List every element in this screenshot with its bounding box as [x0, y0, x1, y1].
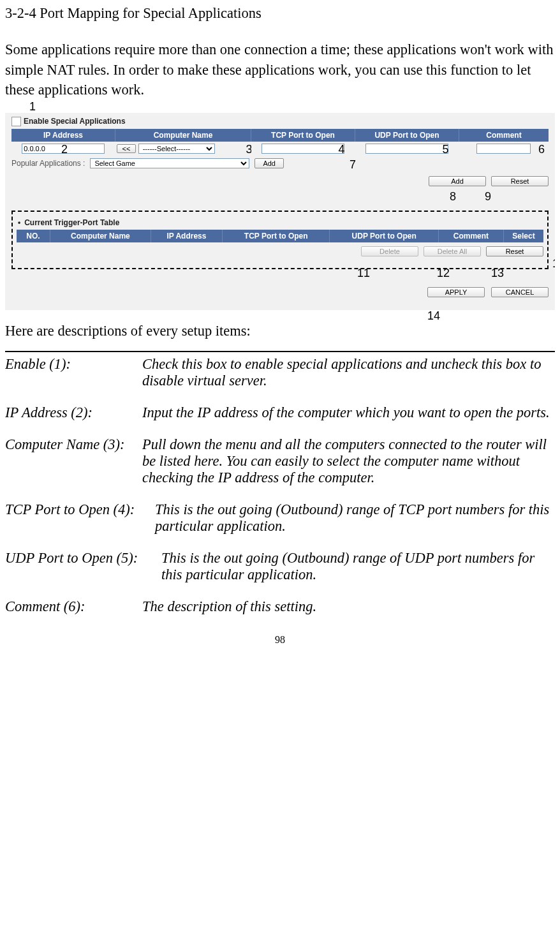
desc-comment: Comment (6): The description of this set…: [5, 598, 555, 615]
trigger-header-ip: IP Address: [151, 230, 222, 242]
comment-input[interactable]: [476, 144, 531, 154]
trigger-title: Current Trigger-Port Table: [18, 218, 543, 227]
desc-ip: IP Address (2): Input the IP address of …: [5, 404, 555, 421]
header-comp: Computer Name: [115, 129, 251, 142]
game-select[interactable]: Select Game: [90, 158, 249, 168]
callout-12: 12: [437, 267, 450, 280]
page-number: 98: [5, 634, 555, 646]
trigger-header-no: NO.: [17, 230, 50, 242]
enable-label: Enable Special Applications: [24, 117, 126, 126]
add-button[interactable]: Add: [429, 176, 486, 186]
ui-screenshot: Enable Special Applications IP Address C…: [5, 113, 555, 310]
callout-14: 14: [427, 309, 440, 323]
tcp-port-input[interactable]: [262, 144, 344, 154]
descriptions-block: Enable (1): Check this box to enable spe…: [5, 351, 555, 615]
trigger-table: NO. Computer Name IP Address TCP Port to…: [17, 230, 543, 242]
trigger-header-comment: Comment: [438, 230, 503, 242]
cancel-button[interactable]: CANCEL: [491, 287, 549, 297]
callout-9: 9: [485, 190, 491, 204]
callout-10: 10: [552, 257, 555, 270]
udp-port-input[interactable]: [365, 144, 448, 154]
trigger-header-tcp: TCP Port to Open: [222, 230, 329, 242]
header-ip: IP Address: [11, 129, 115, 142]
desc-tcp: TCP Port to Open (4): This is the out go…: [5, 501, 555, 535]
header-udp: UDP Port to Open: [355, 129, 459, 142]
desc-udp: UDP Port to Open (5): This is the out go…: [5, 550, 555, 583]
reset-button[interactable]: Reset: [491, 176, 549, 186]
trigger-header-udp: UDP Port to Open: [330, 230, 438, 242]
computer-select[interactable]: ------Select------: [138, 144, 215, 154]
trigger-header-select: Select: [504, 230, 544, 242]
section-title: 3-2-4 Port Mapping for Special Applicati…: [5, 5, 555, 22]
callout-1: 1: [29, 100, 36, 114]
desc-comp: Computer Name (3): Pull down the menu an…: [5, 436, 555, 486]
desc-intro: Here are descriptions of every setup ite…: [5, 323, 555, 339]
popular-add-button[interactable]: Add: [254, 158, 284, 168]
apply-button[interactable]: APPLY: [427, 287, 485, 297]
callout-11: 11: [357, 267, 370, 280]
arrow-button[interactable]: <<: [117, 144, 136, 153]
popular-apps-label: Popular Applications :: [11, 159, 85, 168]
callout-4: 4: [338, 143, 344, 156]
trigger-reset-button[interactable]: Reset: [486, 246, 543, 256]
trigger-table-box: Current Trigger-Port Table NO. Computer …: [11, 211, 549, 269]
callout-2: 2: [61, 143, 68, 156]
delete-button[interactable]: Delete: [361, 246, 418, 256]
delete-all-button[interactable]: Delete All: [424, 246, 481, 256]
trigger-header-comp: Computer Name: [50, 230, 151, 242]
callout-13: 13: [491, 267, 504, 280]
enable-checkbox[interactable]: [11, 117, 21, 126]
callout-8: 8: [450, 190, 456, 204]
callout-6: 6: [538, 143, 545, 156]
intro-paragraph: Some applications require more than one …: [5, 40, 555, 100]
input-table: IP Address Computer Name TCP Port to Ope…: [11, 129, 549, 156]
callout-7: 7: [350, 158, 356, 172]
header-comment: Comment: [459, 129, 549, 142]
desc-enable: Enable (1): Check this box to enable spe…: [5, 356, 555, 389]
header-tcp: TCP Port to Open: [251, 129, 355, 142]
callout-5: 5: [442, 143, 448, 156]
